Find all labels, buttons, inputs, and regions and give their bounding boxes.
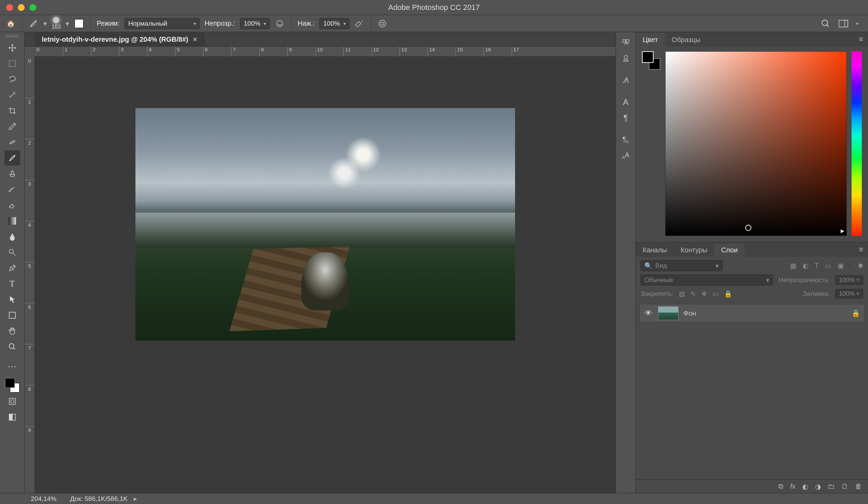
zoom-level[interactable]: 204,14% <box>31 495 56 503</box>
brush-preset-picker[interactable]: 163 <box>52 17 61 30</box>
layer-blend-mode-dropdown[interactable]: Обычные ▾ <box>641 275 773 285</box>
type-tool[interactable]: T <box>4 276 20 291</box>
zoom-tool[interactable] <box>4 339 20 354</box>
layer-opacity-input[interactable]: 100% ▾ <box>835 275 863 285</box>
character-panel-icon[interactable]: A <box>619 95 633 109</box>
dodge-tool[interactable] <box>4 245 20 260</box>
layer-kind-filter[interactable]: 🔍 Вид ▾ <box>641 260 723 271</box>
new-group-icon[interactable]: 🗀 <box>828 482 835 490</box>
lock-position-icon[interactable]: ✥ <box>701 290 707 298</box>
filter-adjustment-icon[interactable]: ◐ <box>803 262 808 270</box>
panel-menu-icon[interactable]: ≡ <box>859 35 863 44</box>
layer-mask-icon[interactable]: ◐ <box>802 482 808 491</box>
healing-brush-tool[interactable] <box>4 135 20 150</box>
layer-blend-mode-value: Обычные <box>644 276 673 284</box>
glyphs-icon[interactable] <box>619 73 633 87</box>
layer-thumbnail[interactable] <box>658 306 679 320</box>
document-tab[interactable]: letniy-otdyih-v-derevne.jpg @ 204% (RGB/… <box>35 32 204 46</box>
svg-point-9 <box>9 249 13 253</box>
filter-pixel-icon[interactable]: ▦ <box>790 262 796 270</box>
quick-mask-icon[interactable] <box>4 394 20 409</box>
flow-dropdown[interactable]: 100% ▾ <box>319 18 350 29</box>
path-selection-tool[interactable] <box>4 292 20 307</box>
doc-size-readout[interactable]: Док: 586,1K/586,1K ▸ <box>70 495 137 503</box>
ruler-origin[interactable] <box>24 46 35 57</box>
ruler-vertical[interactable]: 0123456789 <box>24 57 35 493</box>
document-tabs: letniy-otdyih-v-derevne.jpg @ 204% (RGB/… <box>24 32 616 46</box>
adjustments-icon[interactable] <box>619 51 633 66</box>
color-field[interactable]: ▶ <box>665 51 847 236</box>
brush-tool[interactable] <box>4 150 20 166</box>
filter-type-icon[interactable]: T <box>815 262 819 270</box>
lock-transparency-icon[interactable]: ▨ <box>679 290 685 298</box>
hand-tool[interactable] <box>4 324 20 338</box>
panel-grip[interactable] <box>6 35 19 38</box>
screen-mode-icon[interactable] <box>4 410 20 425</box>
color-fg-bg-swatch[interactable] <box>642 51 660 70</box>
libraries-icon[interactable] <box>619 35 633 50</box>
clone-stamp-tool[interactable] <box>4 166 20 181</box>
tab-swatches[interactable]: Образцы <box>665 33 707 46</box>
home-icon[interactable]: 🏠 <box>6 19 16 29</box>
eraser-tool[interactable] <box>4 198 20 213</box>
delete-layer-icon[interactable]: 🗑 <box>855 482 862 490</box>
lock-image-icon[interactable]: ✎ <box>691 290 696 298</box>
color-cursor[interactable] <box>745 225 751 231</box>
paragraph-panel-icon[interactable]: ¶ <box>619 111 633 125</box>
blur-tool[interactable] <box>4 229 20 244</box>
rectangle-tool[interactable] <box>4 308 20 323</box>
layer-style-icon[interactable]: fx <box>790 482 796 490</box>
layer-row[interactable]: 👁 Фон 🔒 <box>639 304 865 323</box>
lock-icon[interactable]: 🔒 <box>851 309 860 317</box>
color-panel-tabs: Цвет Образцы ≡ <box>636 32 868 46</box>
color-slider-handle[interactable]: ▶ <box>841 228 844 233</box>
layer-kind-value: Вид <box>655 262 667 270</box>
ruler-horizontal[interactable]: 01234567891011121314151617 <box>35 46 616 57</box>
crop-tool[interactable] <box>4 103 20 118</box>
marquee-tool[interactable] <box>4 56 20 71</box>
filter-shape-icon[interactable]: ▭ <box>825 262 831 270</box>
blend-mode-dropdown[interactable]: Нормальный ▾ <box>124 18 200 29</box>
tab-paths[interactable]: Контуры <box>674 243 714 257</box>
filter-smart-icon[interactable]: ▣ <box>838 262 844 270</box>
close-tab-icon[interactable]: × <box>193 35 197 43</box>
workspace-switcher-icon[interactable] <box>838 19 848 29</box>
lock-all-icon[interactable]: 🔒 <box>724 290 732 298</box>
eyedropper-tool[interactable] <box>4 119 20 134</box>
chevron-right-icon[interactable]: ▸ <box>134 495 137 502</box>
lock-artboard-icon[interactable]: ▭ <box>712 290 719 298</box>
history-brush-tool[interactable] <box>4 182 20 197</box>
panel-menu-icon[interactable]: ≡ <box>859 245 863 254</box>
visibility-toggle-icon[interactable]: 👁 <box>644 309 653 318</box>
filter-toggle[interactable] <box>854 263 863 269</box>
layer-name[interactable]: Фон <box>683 309 696 317</box>
new-layer-icon[interactable]: 🗋 <box>841 482 848 490</box>
layer-fill-input[interactable]: 100% ▾ <box>835 289 863 298</box>
edit-toolbar-icon[interactable]: ⋯ <box>4 359 20 374</box>
opacity-dropdown[interactable]: 100% ▾ <box>240 18 270 29</box>
foreground-background-swatch[interactable] <box>4 378 20 393</box>
pressure-opacity-icon[interactable] <box>275 19 285 29</box>
airbrush-icon[interactable] <box>354 19 364 29</box>
brush-panel-toggle-icon[interactable] <box>74 19 84 29</box>
blend-mode-label: Режим: <box>97 20 120 27</box>
new-fill-adjustment-icon[interactable]: ◑ <box>815 482 821 491</box>
svg-rect-19 <box>624 60 628 61</box>
character-styles-icon[interactable]: ¶A <box>619 133 633 147</box>
move-tool[interactable] <box>4 40 20 55</box>
link-layers-icon[interactable]: ⧉ <box>778 482 783 490</box>
magic-wand-tool[interactable] <box>4 87 20 103</box>
canvas[interactable] <box>35 57 616 493</box>
paragraph-styles-icon[interactable]: AA <box>619 148 633 163</box>
lasso-tool[interactable] <box>4 72 20 87</box>
search-icon[interactable] <box>820 19 831 29</box>
pressure-size-icon[interactable] <box>377 19 388 29</box>
tab-color[interactable]: Цвет <box>636 33 665 46</box>
gradient-tool[interactable] <box>4 213 20 228</box>
tab-layers[interactable]: Слои <box>714 243 745 257</box>
svg-point-3 <box>822 20 828 25</box>
brush-tool-icon[interactable] <box>28 19 39 29</box>
tab-channels[interactable]: Каналы <box>636 243 674 257</box>
pen-tool[interactable] <box>4 261 20 276</box>
hue-slider[interactable] <box>851 51 862 236</box>
